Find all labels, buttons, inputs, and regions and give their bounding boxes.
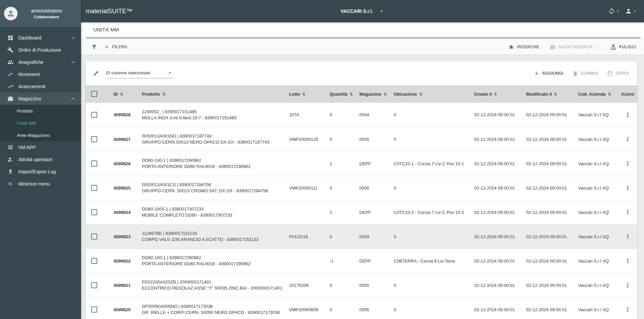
cell-cod-azienda: Vaccari S.r.l XQ bbox=[573, 103, 618, 127]
operator-icon bbox=[7, 156, 14, 163]
row-checkbox[interactable] bbox=[91, 209, 97, 215]
copia-button[interactable]: COPIA bbox=[607, 71, 629, 76]
row-actions-kebab-icon[interactable] bbox=[624, 136, 631, 143]
row-actions-kebab-icon[interactable] bbox=[624, 282, 631, 289]
product-description: PORTA ANTERIORE DD60 RAL9016 - 839001729… bbox=[142, 164, 282, 170]
collapse-icon[interactable] bbox=[93, 70, 99, 77]
row-checkbox[interactable] bbox=[91, 185, 97, 191]
product-code: GFS0050A005NO | 8390017173036 bbox=[142, 303, 282, 310]
row-checkbox[interactable] bbox=[91, 282, 97, 288]
table-row[interactable]: 4599820GFS0050A005NO | 8390017173036GR. … bbox=[86, 297, 637, 319]
row-actions-kebab-icon[interactable] bbox=[624, 233, 631, 240]
sidebar-subitem-label: Unità MM bbox=[17, 121, 36, 126]
column-header-quantit[interactable]: Quantità⇅ bbox=[325, 85, 355, 103]
table-row[interactable]: 459982500S0013A001CS | 8390017284756GRUP… bbox=[86, 176, 637, 200]
select-all-checkbox[interactable] bbox=[91, 91, 97, 97]
row-checkbox[interactable] bbox=[91, 306, 97, 313]
column-header-lotto[interactable]: Lotto⇅ bbox=[284, 85, 325, 103]
elimina-button[interactable]: ELIMINA bbox=[572, 71, 598, 76]
cell-product: DD60-100-1 | 8390017290962PORTA ANTERIOR… bbox=[137, 249, 284, 273]
column-header-prodotto[interactable]: Prodotto⇅ bbox=[137, 85, 284, 103]
sidebar-item-vm-app[interactable]: VM APP bbox=[0, 141, 81, 153]
row-actions-kebab-icon[interactable] bbox=[624, 185, 631, 191]
table-header-row: ID⇅Prodotto⇅Lotto⇅Quantità⇅Magazzino⇅Ubi… bbox=[86, 85, 637, 103]
cell-product: 00S0013A001NO | 8390017187743GRUPPO CERN… bbox=[137, 127, 284, 151]
sidebar-item-dashboard[interactable]: Dashboard bbox=[0, 32, 81, 44]
cell-creato-il: 02-12-2024 09:00:01 bbox=[469, 249, 521, 273]
cell-product: PD02200A020ZB | 2000000171401ECCENTRICO … bbox=[137, 273, 284, 297]
sidebar-item-import-export-log[interactable]: Import/Export Log bbox=[0, 166, 81, 178]
clean-icon bbox=[610, 44, 616, 50]
cell-modificato-il: 02-12-2024 09:00:01 bbox=[521, 297, 573, 319]
product-code: DD60-100-1 | 8390017290962 bbox=[142, 157, 282, 164]
row-actions-kebab-icon[interactable] bbox=[624, 209, 631, 216]
table-row[interactable]: 4599821PD02200A020ZB | 2000000171401ECCE… bbox=[86, 273, 637, 297]
table-row[interactable]: 45998281240002_ | 8390017151485MOLLA INO… bbox=[86, 103, 637, 127]
product-description: GRUPPO CERN. S0013 CROMO SAT. DX-SX - 83… bbox=[142, 188, 282, 194]
table-row[interactable]: 4599823112667BE | 8390017151133CORPO VAL… bbox=[86, 224, 637, 249]
row-actions-kebab-icon[interactable] bbox=[624, 257, 631, 264]
sidebar-item-ordini-di-produzione[interactable]: Ordini di Produzione bbox=[0, 44, 81, 56]
row-actions-kebab-icon[interactable] bbox=[624, 112, 631, 118]
refresh-menu-button[interactable] bbox=[608, 8, 620, 15]
column-header-magazzino[interactable]: Magazzino⇅ bbox=[355, 85, 389, 103]
sidebar-item-anagrafiche[interactable]: Anagrafiche bbox=[0, 56, 81, 68]
table-row[interactable]: 4599822DD60-100-1 | 8390017290962PORTA A… bbox=[86, 249, 637, 273]
cell-magazzino: 0005 bbox=[355, 273, 389, 297]
row-checkbox[interactable] bbox=[91, 112, 97, 118]
horizontal-scrollbar[interactable] bbox=[81, 36, 644, 39]
cell-lotto: 20170209 bbox=[284, 273, 325, 297]
row-actions-kebab-icon[interactable] bbox=[624, 160, 631, 167]
table-row[interactable]: 459982700S0013A001NO | 8390017187743GRUP… bbox=[86, 127, 637, 151]
company-selector[interactable]: VACCARI S.r.l. bbox=[340, 8, 384, 14]
cell-quantita: 1 bbox=[325, 200, 355, 224]
sidebar-subitem-aree-magazzino[interactable]: Aree Magazzino bbox=[0, 129, 81, 141]
columns-select[interactable]: 10 colonne selezionate bbox=[105, 69, 173, 78]
sidebar-item-label: Magazzino bbox=[18, 96, 70, 101]
warehouse-icon bbox=[7, 96, 14, 102]
column-header-creato-il[interactable]: Creato il⇅ bbox=[469, 85, 521, 103]
sidebar-subitem-unit-mm[interactable]: Unità MM bbox=[0, 117, 81, 129]
row-checkbox[interactable] bbox=[91, 258, 97, 264]
table-row[interactable]: 4599826DD60-100-1 | 8390017290962PORTA A… bbox=[86, 151, 637, 176]
cell-modificato-il: 02-12-2024 09:00:01 bbox=[521, 103, 573, 127]
scrollbar-thumb[interactable] bbox=[86, 37, 641, 39]
cell-magazzino: 0005 bbox=[355, 176, 389, 200]
product-description: MOLLA INOX d.int.9,6ext.19,7 - 839001715… bbox=[142, 115, 282, 121]
sort-icon: ⇅ bbox=[494, 92, 497, 97]
product-code: 112667BE | 8390017151133 bbox=[142, 230, 282, 237]
column-header-ubicazione[interactable]: Ubicazione⇅ bbox=[389, 85, 469, 103]
row-checkbox[interactable] bbox=[91, 136, 97, 142]
wrench-icon bbox=[7, 47, 14, 53]
sidebar-item-attivit-operatori[interactable]: Attività operatori bbox=[0, 153, 81, 166]
caret-down-icon bbox=[616, 9, 620, 14]
product-code: 00S0013A001NO | 8390017187743 bbox=[142, 133, 282, 139]
sidebar-item-magazzino[interactable]: Magazzino bbox=[0, 93, 81, 105]
sidebar-item-label: VM APP bbox=[18, 145, 76, 150]
aggiungi-button[interactable]: AGGIUNGI bbox=[534, 71, 564, 76]
sidebar-item-avanzamenti[interactable]: Avanzamenti bbox=[0, 80, 81, 93]
cell-id: 4599823 bbox=[105, 224, 137, 249]
sidebar-item-movimenti[interactable]: Movimenti bbox=[0, 68, 81, 80]
row-checkbox[interactable] bbox=[91, 234, 97, 240]
ricerche-button[interactable]: RICERCHE bbox=[508, 44, 539, 50]
cell-product: 00S0013A001CS | 8390017284756GRUPPO CERN… bbox=[137, 176, 284, 200]
units-table: ID⇅Prodotto⇅Lotto⇅Quantità⇅Magazzino⇅Ubi… bbox=[86, 85, 637, 319]
cell-quantita: 0 bbox=[325, 273, 355, 297]
add-filter-button[interactable]: FILTRO bbox=[104, 44, 127, 50]
pulisci-button[interactable]: PULISCI bbox=[610, 44, 636, 50]
user-menu-button[interactable] bbox=[625, 8, 637, 15]
sidebar-item-minimize-menu[interactable]: Minimize menu bbox=[0, 178, 81, 190]
column-header-modificato-il[interactable]: Modificato il⇅ bbox=[521, 85, 573, 103]
product-description: CORPO VALV. D35 ARANCIO A SCATTO - 83900… bbox=[142, 237, 282, 243]
salva-ricerca-button[interactable]: SALVA RICERCA bbox=[549, 44, 600, 50]
cell-lotto: VMP20000609 bbox=[284, 297, 325, 319]
column-header-cod-azienda[interactable]: Cod. Azienda⇅ bbox=[573, 85, 618, 103]
column-header-azioni: Azioni bbox=[618, 85, 637, 103]
column-header-id[interactable]: ID⇅ bbox=[105, 85, 137, 103]
cell-creato-il: 02-12-2024 09:00:01 bbox=[469, 297, 521, 319]
row-checkbox[interactable] bbox=[91, 161, 97, 167]
row-actions-kebab-icon[interactable] bbox=[624, 306, 631, 313]
table-row[interactable]: 4599824DD60-1000-1 | 8390017307233MOBILE… bbox=[86, 200, 637, 224]
sidebar-subitem-prodotti[interactable]: Prodotti bbox=[0, 105, 81, 117]
